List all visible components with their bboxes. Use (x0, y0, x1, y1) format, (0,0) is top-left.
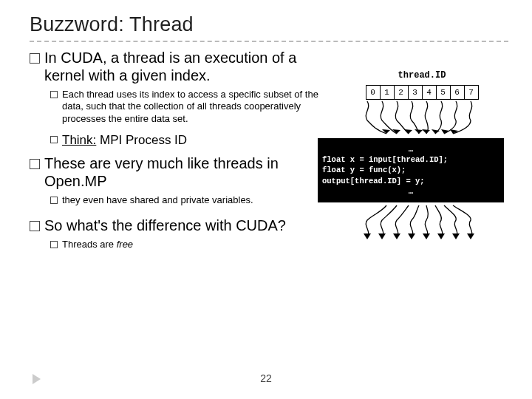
thread-id-label: thread.ID (335, 70, 508, 81)
slide-title: Buzzword: Thread (30, 13, 508, 36)
code-box: …float x = input[thread.ID]; float y = f… (318, 138, 504, 202)
code-dots: … (322, 144, 499, 154)
checkbox-icon (50, 91, 58, 98)
cell-2: 2 (394, 85, 409, 100)
title-rule (30, 41, 508, 42)
diagram-column: thread.ID 0 1 2 3 4 5 6 7 (335, 50, 508, 258)
svg-marker-7 (450, 129, 458, 134)
svg-marker-14 (452, 233, 460, 239)
code-line-1: float x = input[thread.ID]; (322, 155, 448, 164)
text: In (44, 50, 61, 66)
svg-marker-3 (415, 129, 423, 134)
code-dots: … (322, 186, 499, 197)
cell-3: 3 (408, 85, 423, 100)
svg-marker-11 (408, 233, 415, 239)
svg-marker-0 (382, 129, 390, 134)
svg-marker-2 (404, 129, 412, 134)
bullet-each-thread: Each thread uses its index to access a s… (50, 89, 325, 125)
bullet-openmp: These are very much like threads in Open… (30, 155, 325, 190)
arrows-bottom-icon (355, 202, 488, 241)
svg-marker-9 (378, 233, 386, 239)
text-free: free (117, 239, 133, 250)
code-line-3: output[thread.ID] = y; (322, 177, 425, 185)
bullet-threads-free: Threads are free (50, 239, 325, 250)
cell-4: 4 (422, 85, 437, 100)
bullet-difference: So what's the difference with CUDA? (30, 217, 325, 235)
cell-6: 6 (450, 85, 465, 100)
svg-marker-12 (423, 233, 430, 239)
checkbox-icon (50, 197, 58, 204)
svg-marker-10 (393, 233, 400, 239)
checkbox-icon (30, 221, 40, 231)
checkbox-icon (30, 159, 40, 169)
page-number: 22 (260, 372, 272, 384)
text-cuda: CUDA, (61, 50, 106, 66)
text: Each thread uses its index to access a s… (62, 89, 325, 125)
text: These are very much like threads in Open… (44, 155, 325, 190)
bullet-shared-private: they even have shared and private variab… (50, 194, 325, 206)
bullet-column: In CUDA, a thread is an execution of a k… (30, 50, 325, 258)
cell-1: 1 (380, 85, 395, 100)
svg-marker-4 (422, 129, 430, 134)
cell-0: 0 (366, 85, 381, 100)
text: MPI Process ID (96, 133, 187, 147)
cell-5: 5 (436, 85, 451, 100)
text: So what's the difference with CUDA? (44, 217, 286, 235)
thread-id-row: 0 1 2 3 4 5 6 7 (335, 85, 508, 100)
svg-marker-15 (467, 233, 474, 239)
footer-arrow-icon (33, 374, 41, 384)
cell-7: 7 (464, 85, 479, 100)
bullet-think: Think: MPI Process ID (50, 132, 325, 148)
code-line-2: float y = func(x); (322, 166, 406, 174)
svg-marker-13 (437, 233, 445, 239)
text: Threads are (62, 239, 117, 250)
checkbox-icon (50, 136, 58, 143)
checkbox-icon (30, 53, 40, 64)
arrows-top-icon (355, 100, 488, 138)
text-think: Think: (62, 133, 96, 147)
checkbox-icon (50, 241, 58, 248)
text: they even have shared and private variab… (62, 194, 253, 206)
svg-marker-8 (364, 233, 371, 239)
bullet-in-cuda: In CUDA, a thread is an execution of a k… (30, 50, 325, 84)
